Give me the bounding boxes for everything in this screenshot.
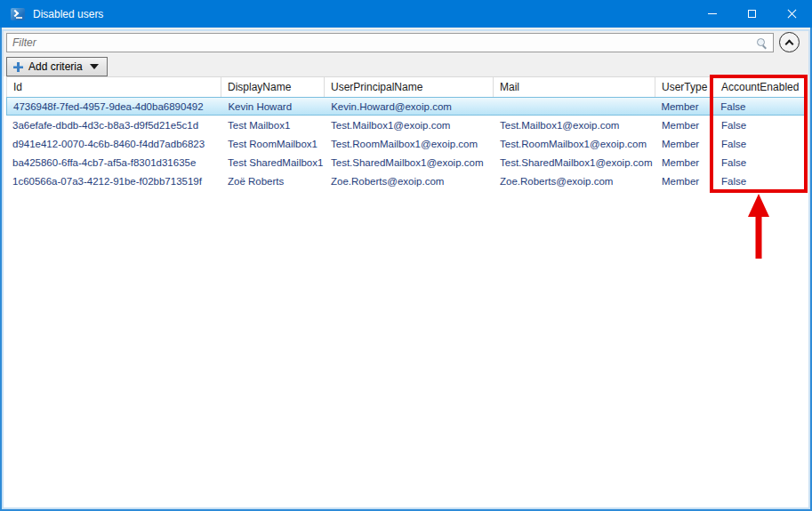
cell-usertype: Member <box>655 134 713 153</box>
minimize-icon <box>708 13 717 14</box>
maximize-icon <box>748 10 756 18</box>
cell-id: 1c60566a-07a3-4212-91be-f02bb713519f <box>6 172 221 190</box>
filter-box <box>6 33 774 52</box>
cell-displayname: Test RoomMailbox1 <box>221 134 325 153</box>
cell-mail: Test.Mailbox1@exoip.com <box>494 116 655 134</box>
results-grid: Id DisplayName UserPrincipalName Mail Us… <box>6 76 808 190</box>
column-header-displayname[interactable]: DisplayName <box>221 77 325 97</box>
cell-displayname: Kevin Howard <box>221 98 325 115</box>
cell-displayname: Zoë Roberts <box>221 172 325 190</box>
cell-userprincipalname: Test.SharedMailbox1@exoip.com <box>325 153 494 172</box>
filter-panel: Add criteria <box>2 28 810 76</box>
search-icon <box>757 38 766 47</box>
cell-userprincipalname: Kevin.Howard@exoip.com <box>325 98 494 115</box>
cell-userprincipalname: Test.RoomMailbox1@exoip.com <box>325 134 494 153</box>
column-header-accountenabled[interactable]: AccountEnabled <box>713 77 808 97</box>
table-row[interactable]: 3a6efafe-dbdb-4d3c-b8a3-d9f5d21e5c1d Tes… <box>6 116 808 134</box>
window-title: Disabled users <box>33 8 103 20</box>
cell-id: 4736948f-7fed-4957-9dea-4d0ba6890492 <box>7 98 221 115</box>
cell-accountenabled: False <box>713 153 808 172</box>
chevron-up-icon <box>785 39 794 48</box>
plus-icon <box>13 62 23 72</box>
cell-id: d941e412-0070-4c6b-8460-f4dd7adb6823 <box>6 134 221 153</box>
cell-id: 3a6efafe-dbdb-4d3c-b8a3-d9f5d21e5c1d <box>6 116 221 134</box>
table-row[interactable]: ba425860-6ffa-4cb7-af5a-f8301d31635e Tes… <box>6 153 808 172</box>
cell-displayname: Test Mailbox1 <box>221 116 325 134</box>
add-criteria-button[interactable]: Add criteria <box>6 57 108 76</box>
cell-accountenabled: False <box>713 172 808 190</box>
cell-accountenabled: False <box>712 98 807 115</box>
cell-mail: Zoe.Roberts@exoip.com <box>494 172 655 190</box>
column-header-usertype[interactable]: UserType <box>655 77 713 97</box>
annotation-arrow-up-icon <box>739 192 778 263</box>
cell-accountenabled: False <box>713 116 808 134</box>
cell-usertype: Member <box>655 172 713 190</box>
maximize-button[interactable] <box>732 0 772 28</box>
cell-id: ba425860-6ffa-4cb7-af5a-f8301d31635e <box>6 153 221 172</box>
caret-down-icon <box>90 64 99 69</box>
powershell-gridview-icon <box>11 8 25 20</box>
cell-usertype: Member <box>655 116 713 134</box>
titlebar[interactable]: Disabled users <box>0 0 812 28</box>
cell-displayname: Test SharedMailbox1 <box>221 153 325 172</box>
table-row[interactable]: d941e412-0070-4c6b-8460-f4dd7adb6823 Tes… <box>6 134 808 153</box>
close-icon <box>787 9 797 19</box>
filter-input[interactable] <box>7 34 757 52</box>
cell-userprincipalname: Test.Mailbox1@exoip.com <box>325 116 494 134</box>
cell-mail <box>494 98 655 115</box>
table-row[interactable]: 4736948f-7fed-4957-9dea-4d0ba6890492 Kev… <box>6 97 808 116</box>
column-header-userprincipalname[interactable]: UserPrincipalName <box>325 77 494 97</box>
add-criteria-label: Add criteria <box>28 60 83 73</box>
column-header-id[interactable]: Id <box>6 77 221 97</box>
cell-userprincipalname: Zoe.Roberts@exoip.com <box>325 172 494 190</box>
collapse-criteria-button[interactable] <box>779 32 800 52</box>
cell-mail: Test.RoomMailbox1@exoip.com <box>494 134 655 153</box>
cell-usertype: Member <box>655 153 713 172</box>
column-header-mail[interactable]: Mail <box>494 77 655 97</box>
outgridview-window: Disabled users Add criteria Id DisplayNa… <box>0 0 812 511</box>
table-row[interactable]: 1c60566a-07a3-4212-91be-f02bb713519f Zoë… <box>6 172 808 190</box>
minimize-button[interactable] <box>692 0 732 28</box>
close-button[interactable] <box>772 0 812 28</box>
cell-mail: Test.SharedMailbox1@exoip.com <box>494 153 655 172</box>
table-header: Id DisplayName UserPrincipalName Mail Us… <box>6 77 808 97</box>
cell-accountenabled: False <box>713 134 808 153</box>
cell-usertype: Member <box>655 98 712 115</box>
window-controls <box>692 0 812 28</box>
